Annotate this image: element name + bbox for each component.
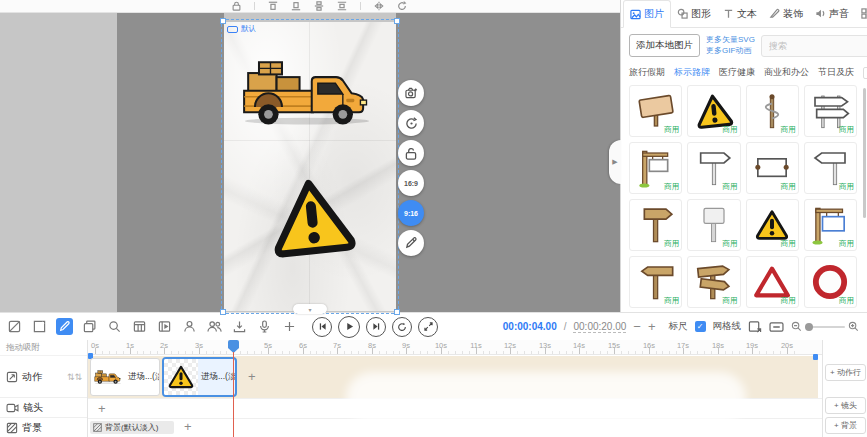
category-medical[interactable]: 医疗健康 <box>719 66 755 79</box>
scene-manager-icon[interactable] <box>6 318 23 335</box>
track-label-background[interactable]: 背景 <box>0 418 87 437</box>
draw-pen-icon[interactable] <box>56 318 73 335</box>
align-top-icon[interactable] <box>268 1 278 11</box>
panel-collapse-handle[interactable]: ▶ <box>609 140 621 184</box>
asset-swirl-arrow-pole[interactable]: 商用 <box>746 85 799 137</box>
add-background-row-button[interactable]: + 背景 <box>825 417 866 434</box>
asset-red-triangle-sign[interactable]: 商用 <box>746 256 799 308</box>
add-action-row-button[interactable]: + 动作行 <box>825 364 866 381</box>
category-travel[interactable]: 旅行假期 <box>629 66 665 79</box>
more-svg-link[interactable]: 更多矢量SVG <box>706 35 755 46</box>
loop-rotate-button[interactable] <box>398 110 424 136</box>
minimap-icon[interactable] <box>769 321 784 333</box>
unlock-button[interactable] <box>398 140 424 166</box>
asset-double-arrow-signpost[interactable]: 商用 <box>804 85 857 137</box>
tab-material-library[interactable]: 素材库 <box>855 0 867 27</box>
ratio-16-9-button[interactable]: 16:9 <box>398 170 424 196</box>
slide-icon[interactable] <box>156 318 173 335</box>
asset-warning-triangle-sign-2[interactable]: 商用 <box>746 199 799 251</box>
add-camera-row-button[interactable]: + 镜头 <box>825 397 866 414</box>
edit-pencil-button[interactable] <box>398 230 424 256</box>
track-label-camera[interactable]: 镜头 <box>0 398 87 418</box>
tab-shapes[interactable]: 图形 <box>671 0 717 27</box>
scene-end-marker[interactable] <box>813 354 818 360</box>
asset-red-circle-sign[interactable]: 商用 <box>804 256 857 308</box>
scene-canvas[interactable]: 默认 ▾ <box>224 22 396 311</box>
more-gif-link[interactable]: 更多GIF动画 <box>706 46 755 57</box>
resize-handle[interactable] <box>220 309 226 315</box>
skip-end-button[interactable] <box>366 317 386 337</box>
asset-arrow-signpost[interactable]: 商用 <box>687 142 740 194</box>
layers-icon[interactable] <box>81 318 98 335</box>
track-drag-handle[interactable]: ⇅⇅ <box>67 372 82 382</box>
new-scene-icon[interactable] <box>31 318 48 335</box>
asset-rect-frame-sign[interactable]: 商用 <box>746 142 799 194</box>
asset-arrow-signpost-left[interactable]: 商用 <box>804 142 857 194</box>
category-business[interactable]: 商业和办公 <box>764 66 809 79</box>
asset-pole-hanging-frame[interactable]: 商用 <box>629 142 682 194</box>
lock-icon[interactable] <box>232 1 241 11</box>
add-local-image-button[interactable]: 添加本地图片 <box>629 34 700 57</box>
asset-wooden-multi-arrow-sign[interactable]: 商用 <box>687 256 740 308</box>
panel-scrollbar[interactable] <box>863 88 866 218</box>
align-bottom-icon[interactable] <box>314 1 324 11</box>
gridlines-checkbox[interactable]: ✓ <box>695 321 706 332</box>
pointer-icon[interactable] <box>281 318 298 335</box>
canvas-collapse-tab[interactable]: ▾ <box>293 304 327 314</box>
asset-wooden-cross-sign[interactable]: 商用 <box>629 256 682 308</box>
microphone-icon[interactable] <box>256 318 273 335</box>
rotate-icon[interactable] <box>397 1 407 11</box>
play-button[interactable] <box>338 316 360 338</box>
gridlines-label[interactable]: 网格线 <box>713 320 742 333</box>
zoom-out-icon[interactable] <box>791 321 802 332</box>
zoom-in-icon[interactable] <box>848 321 859 332</box>
add-background-clip-button[interactable]: + <box>184 420 192 433</box>
fullscreen-button[interactable] <box>418 317 438 337</box>
tab-decoration[interactable]: 装饰 <box>763 0 809 27</box>
category-signs[interactable]: 标示路牌 <box>674 66 710 79</box>
drag-snap-label[interactable]: 拖动吸附 <box>0 340 87 356</box>
asset-hanging-blue-frame-sign[interactable]: 商用 <box>804 199 857 251</box>
zoom-knob[interactable] <box>805 323 813 331</box>
resize-handle[interactable] <box>220 18 226 24</box>
resize-handle[interactable] <box>394 309 400 315</box>
magnifier-icon[interactable] <box>106 318 123 335</box>
duration-increase-button[interactable]: + <box>648 320 656 333</box>
timeline-ruler[interactable]: 0s 1s 2s 3s 4s 5s 6s 7s 8s 9s 10s 11s 12… <box>88 340 822 355</box>
add-action-clip-button[interactable]: + <box>248 370 256 383</box>
asset-blank-square-sign[interactable]: 商用 <box>687 199 740 251</box>
search-input[interactable] <box>767 40 867 52</box>
add-camera-clip-button[interactable]: + <box>98 402 106 415</box>
track-label-action[interactable]: 动作 ⇅⇅ <box>0 356 87 398</box>
asset-wooden-board-sign[interactable]: 商用 <box>629 85 682 137</box>
distribute-vertical-icon[interactable] <box>337 1 347 11</box>
tab-image[interactable]: 图片 <box>623 0 671 28</box>
character-icon[interactable] <box>181 318 198 335</box>
tab-text[interactable]: 文本 <box>717 0 763 27</box>
ruler-toggle[interactable]: 标尺 <box>669 320 688 333</box>
tab-sound[interactable]: 声音 <box>809 0 855 27</box>
ratio-9-16-button[interactable]: 9:16 <box>398 200 424 226</box>
flip-horizontal-icon[interactable] <box>374 1 384 11</box>
align-middle-icon[interactable] <box>291 1 301 11</box>
background-clip[interactable]: 背景(默认淡入) <box>90 421 174 434</box>
truck-image[interactable] <box>236 58 378 126</box>
frame-export-icon[interactable] <box>748 320 762 333</box>
zoom-track[interactable] <box>805 326 845 328</box>
snapshot-camera-button[interactable] <box>398 80 424 106</box>
asset-warning-triangle-sign[interactable]: 商用 <box>687 85 740 137</box>
asset-wooden-arrow-sign[interactable]: 商用 <box>629 199 682 251</box>
time-total[interactable]: 00:00:20.00 <box>573 321 626 333</box>
storyboard-icon[interactable] <box>131 318 148 335</box>
clip-warning-enter-selected[interactable]: 进场...(淡) <box>162 357 237 397</box>
category-prev-icon[interactable]: ‹ <box>863 67 867 79</box>
resize-handle[interactable] <box>394 18 400 24</box>
import-icon[interactable] <box>231 318 248 335</box>
category-festival[interactable]: 节日及庆 <box>818 66 854 79</box>
skip-start-button[interactable] <box>312 317 332 337</box>
characters-icon[interactable] <box>206 318 223 335</box>
duration-decrease-button[interactable]: − <box>633 320 641 333</box>
warning-triangle-image[interactable] <box>265 168 360 266</box>
clip-truck-enter[interactable]: 进场...(淡) <box>90 358 160 396</box>
loop-button[interactable] <box>392 317 412 337</box>
